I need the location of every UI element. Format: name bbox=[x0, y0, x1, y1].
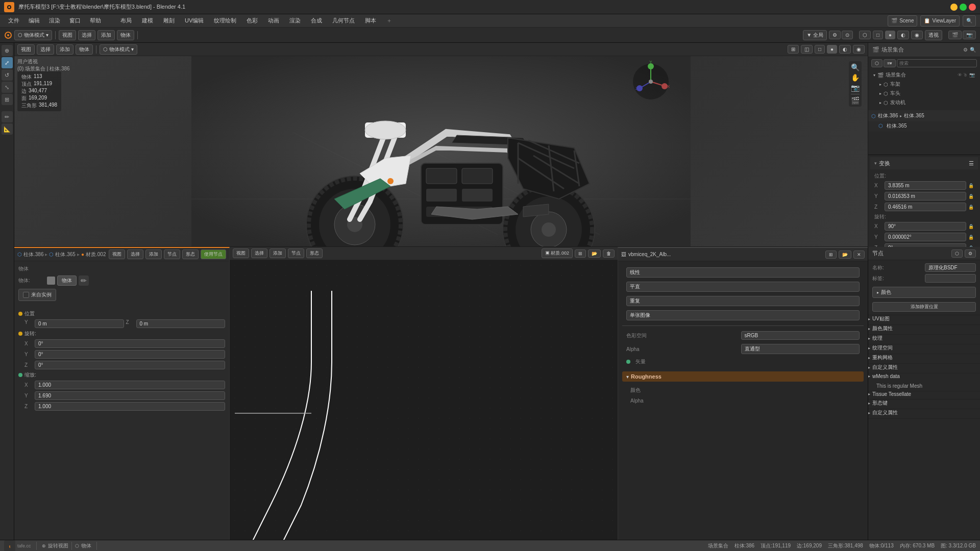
rot-z-val[interactable]: 0° bbox=[35, 361, 225, 369]
rebuild-mesh-header[interactable]: ▸ 重构网格 bbox=[868, 354, 980, 361]
outliner-item-frame[interactable]: ▸ ⬡ 车架 bbox=[875, 80, 979, 89]
flat-select[interactable]: 平直 bbox=[626, 282, 860, 292]
viewport-region[interactable]: 视图 选择 添加 物体 ⬡ 物体模式 ▾ ⊞ ◫ □ ● ◐ ◉ bbox=[14, 43, 868, 247]
outliner-search-input[interactable] bbox=[897, 59, 977, 67]
vp-camera-icon[interactable]: 📷 bbox=[851, 84, 860, 92]
vp-render-prev-btn[interactable]: ◉ bbox=[853, 45, 865, 54]
node-canvas[interactable] bbox=[230, 260, 618, 540]
menu-scripting[interactable]: 脚本 bbox=[361, 16, 380, 26]
mt-close-btn[interactable]: ✕ bbox=[853, 251, 865, 259]
menu-window[interactable]: 窗口 bbox=[65, 16, 85, 26]
menu-vertices[interactable]: 几何节点 bbox=[328, 16, 359, 26]
color-space-select[interactable]: sRGB bbox=[741, 331, 860, 340]
location-z-field[interactable]: 0.46516 m bbox=[885, 203, 966, 211]
menu-edit[interactable]: 编辑 bbox=[24, 16, 44, 26]
sc-z-val[interactable]: 1.000 bbox=[35, 402, 225, 411]
np-filter-btn[interactable]: ⚙ bbox=[965, 249, 976, 258]
menu-sculpting[interactable]: 雕刻 bbox=[159, 16, 179, 26]
sidebar-rotate-tool[interactable]: ↺ bbox=[2, 69, 13, 81]
sidebar-measure-tool[interactable]: 📐 bbox=[2, 123, 13, 135]
object-btn[interactable]: 物体 bbox=[117, 30, 134, 40]
vp-view-btn[interactable]: 视图 bbox=[17, 44, 35, 55]
vp-scene-icon[interactable]: 🎬 bbox=[851, 96, 860, 105]
menu-render[interactable]: 渲染 bbox=[45, 16, 64, 26]
outliner-item-engine[interactable]: ▸ ⬡ 发动机 bbox=[875, 98, 979, 107]
global-btn[interactable]: ▼ 全局 bbox=[803, 30, 827, 40]
sidebar-move-tool[interactable]: ⤢ bbox=[2, 57, 13, 68]
render-icon-btn[interactable]: 📷 bbox=[963, 31, 976, 39]
obj-add-btn[interactable]: 添加 bbox=[145, 249, 162, 259]
texture-header[interactable]: ▸ 纹理 bbox=[868, 335, 980, 342]
obj-select-btn[interactable]: 选择 bbox=[127, 249, 143, 259]
vp-move-icon[interactable]: ✋ bbox=[851, 73, 860, 82]
shape-key-header[interactable]: ▸ 形态键 bbox=[868, 399, 980, 407]
viewport-shade-wire[interactable]: □ bbox=[873, 31, 883, 39]
viewport-shade-mat[interactable]: ◐ bbox=[897, 31, 909, 39]
use-node-btn[interactable]: 使用节点 bbox=[201, 249, 226, 259]
viewport-canvas[interactable]: Y X Z 用户透视 (0) 场景集合 | 柱体.386 物体 bbox=[14, 56, 868, 246]
menu-uv[interactable]: UV编辑 bbox=[181, 16, 208, 26]
obj-node-btn[interactable]: 节点 bbox=[164, 249, 180, 259]
menu-file[interactable]: 文件 bbox=[4, 16, 23, 26]
menu-render2[interactable]: 渲染 bbox=[285, 16, 305, 26]
obj-shape-btn[interactable]: 形态 bbox=[182, 249, 199, 259]
menu-shading[interactable]: 色彩 bbox=[242, 16, 262, 26]
viewport-overlay-btn[interactable]: ⬡ bbox=[859, 31, 871, 39]
menu-animation[interactable]: 动画 bbox=[264, 16, 283, 26]
close-button[interactable] bbox=[969, 4, 976, 11]
transform-section-header[interactable]: ▾ 变换 ☰ bbox=[870, 157, 978, 169]
outliner-filter-btn[interactable]: ⚙ bbox=[963, 47, 968, 53]
maximize-button[interactable] bbox=[960, 4, 967, 11]
vp-select-btn[interactable]: 选择 bbox=[37, 44, 54, 55]
rotation-y-field[interactable]: 0.000002° bbox=[885, 233, 966, 241]
menu-modeling[interactable]: 建模 bbox=[138, 16, 157, 26]
ne-tool3[interactable]: 🗑 bbox=[603, 249, 615, 258]
ne-tool2[interactable]: 📂 bbox=[588, 249, 601, 258]
ne-node-btn[interactable]: 节点 bbox=[288, 248, 304, 258]
menu-help[interactable]: 帮助 bbox=[86, 16, 105, 26]
pos-z-field[interactable]: 0 m bbox=[136, 319, 226, 328]
sidebar-transform-tool[interactable]: ⊞ bbox=[2, 94, 13, 105]
color-expand-btn[interactable]: ▸ 颜色 bbox=[872, 287, 976, 298]
outliner-filter-dropdown[interactable]: ≡▾ bbox=[884, 59, 896, 67]
snap-btn[interactable]: ⚙ bbox=[829, 31, 841, 39]
vp-toggle-overlay[interactable]: ⊞ bbox=[788, 45, 799, 54]
node-label-input[interactable] bbox=[925, 274, 976, 283]
rotation-x-field[interactable]: 90° bbox=[885, 222, 966, 231]
uv-map-header[interactable]: ▸ UV贴图 bbox=[868, 315, 980, 322]
viewport-shade-solid[interactable]: ● bbox=[885, 31, 895, 39]
menu-compositing[interactable]: 合成 bbox=[307, 16, 326, 26]
vp-object-btn[interactable]: 物体 bbox=[76, 44, 93, 55]
sidebar-annotate-tool[interactable]: ✏ bbox=[2, 111, 13, 122]
minimize-button[interactable] bbox=[950, 4, 958, 11]
pos-y-field[interactable]: 0 m bbox=[35, 319, 124, 328]
alpha-select[interactable]: 直通型 bbox=[741, 344, 860, 354]
object-name-field[interactable]: 物体 bbox=[57, 276, 77, 286]
viewport-shade-render[interactable]: ◉ bbox=[911, 31, 923, 39]
ne-scene-selector[interactable]: ▣ 材质.002 bbox=[542, 248, 573, 258]
ne-view-btn[interactable]: 视图 bbox=[233, 248, 249, 258]
location-y-field[interactable]: 0.016353 m bbox=[885, 192, 966, 201]
vp-wire-btn[interactable]: □ bbox=[815, 45, 825, 54]
edit-object-btn[interactable]: ✏ bbox=[79, 276, 89, 286]
menu-plus[interactable]: ＋ bbox=[382, 16, 396, 26]
geometry-header[interactable]: ▸ 自定义属性 bbox=[868, 364, 980, 371]
linearity-select[interactable]: 线性 bbox=[626, 267, 860, 278]
mt-copy-btn[interactable]: ⊞ bbox=[825, 251, 837, 259]
rotate-view-btn[interactable]: ⊕ bbox=[42, 543, 46, 548]
proportional-btn[interactable]: ⊙ bbox=[842, 31, 853, 39]
perspective-label[interactable]: 透视 bbox=[925, 30, 942, 40]
obj-view-btn[interactable]: 视图 bbox=[109, 249, 125, 259]
wmesh-header[interactable]: ▸ wMesh data bbox=[868, 373, 980, 379]
outliner-item-head[interactable]: ▸ ⬡ 车头 bbox=[875, 89, 979, 98]
add-btn[interactable]: 添加 bbox=[97, 30, 115, 40]
vp-solid-btn[interactable]: ● bbox=[827, 45, 837, 54]
rot-x-val[interactable]: 0° bbox=[35, 339, 225, 348]
rotation-x-lock[interactable]: 🔒 bbox=[968, 224, 974, 229]
custom-def-header[interactable]: ▸ 自定义属性 bbox=[868, 409, 980, 416]
rot-y-val[interactable]: 0° bbox=[35, 350, 225, 359]
vp-add-btn[interactable]: 添加 bbox=[56, 44, 74, 55]
transform-options-icon[interactable]: ☰ bbox=[969, 160, 974, 167]
node-name-input[interactable] bbox=[925, 263, 976, 272]
location-x-lock[interactable]: 🔒 bbox=[968, 183, 974, 188]
